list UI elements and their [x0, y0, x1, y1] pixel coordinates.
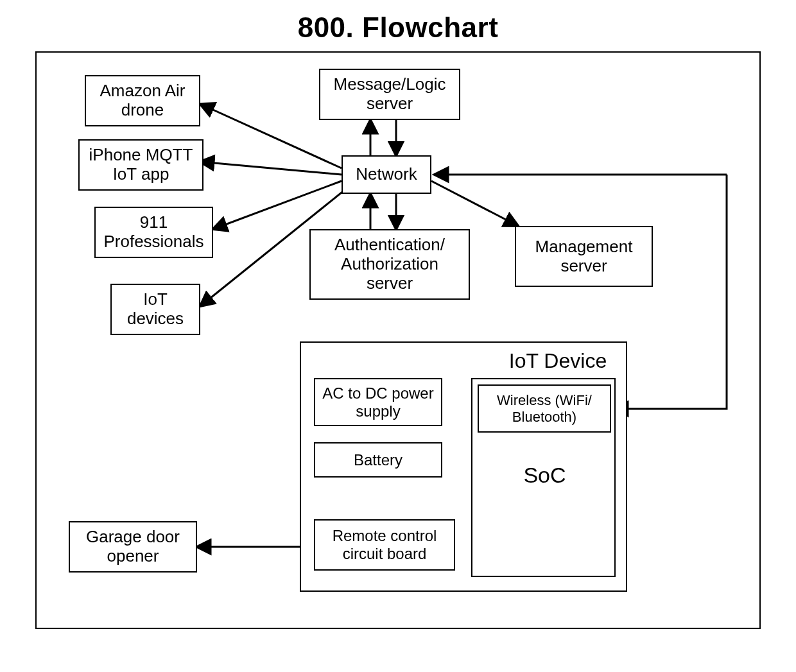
- node-remote-control-board: Remote control circuit board: [314, 519, 455, 571]
- node-iphone-mqtt: iPhone MQTT IoT app: [78, 139, 203, 191]
- node-wireless: Wireless (WiFi/ Bluetooth): [478, 384, 611, 433]
- diagram-frame: Amazon Air drone iPhone MQTT IoT app 911…: [35, 51, 761, 629]
- node-garage-door-opener: Garage door opener: [69, 521, 197, 573]
- svg-line-1: [200, 162, 342, 175]
- diagram-title: 800. Flowchart: [0, 12, 796, 44]
- node-network: Network: [342, 155, 431, 194]
- node-auth-server: Authentication/ Authorization server: [309, 229, 470, 300]
- node-battery: Battery: [314, 442, 442, 478]
- svg-line-2: [213, 181, 342, 229]
- node-amazon-drone: Amazon Air drone: [85, 75, 200, 126]
- soc-container: Wireless (WiFi/ Bluetooth) SoC: [471, 378, 616, 577]
- node-911-professionals: 911 Professionals: [94, 207, 213, 258]
- iot-device-container: IoT Device AC to DC power supply Battery…: [300, 341, 627, 592]
- node-acdc-power-supply: AC to DC power supply: [314, 378, 442, 426]
- node-iot-devices: IoT devices: [110, 284, 200, 335]
- svg-line-8: [431, 181, 518, 226]
- node-message-logic-server: Message/Logic server: [319, 69, 460, 120]
- iot-device-label: IoT Device: [494, 349, 622, 373]
- node-management-server: Management server: [515, 226, 653, 287]
- soc-label: SoC: [472, 463, 617, 488]
